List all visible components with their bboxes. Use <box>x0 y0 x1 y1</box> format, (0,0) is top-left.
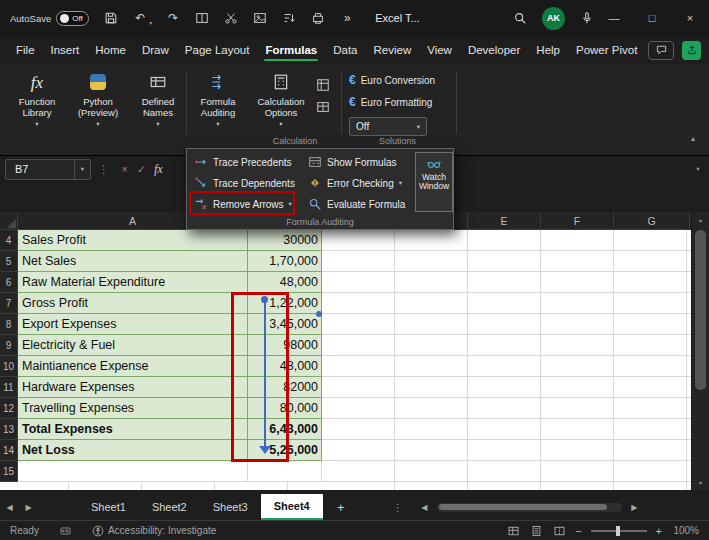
python-preview-button[interactable]: Python (Preview) ▾ <box>68 69 128 129</box>
column-header-g[interactable]: G <box>614 212 690 230</box>
horizontal-scrollbar[interactable]: ◀ ▶ <box>415 503 644 512</box>
row-header[interactable]: 10 <box>0 356 18 377</box>
macro-record-icon[interactable] <box>59 525 72 537</box>
sheet-nav-left-icon[interactable]: ◀ <box>0 503 19 512</box>
cell-label[interactable]: Net Loss <box>18 440 248 461</box>
row-header[interactable]: 6 <box>0 272 18 293</box>
tab-developer[interactable]: Developer <box>460 38 528 62</box>
avatar[interactable]: AK <box>542 7 565 30</box>
drag-handle-icon[interactable]: ⋮ <box>98 163 109 176</box>
tab-formulas[interactable]: Formulas <box>257 38 325 62</box>
cell-value[interactable]: 30000 <box>248 230 322 251</box>
cell-label[interactable]: Total Expenses <box>18 419 248 440</box>
row-header[interactable]: 15 <box>0 461 18 482</box>
menu-item-trace-dependents[interactable]: Trace Dependents <box>191 173 298 193</box>
cell-label[interactable]: Maintianence Expense <box>18 356 248 377</box>
tab-draw[interactable]: Draw <box>134 38 177 62</box>
row-header[interactable]: 11 <box>0 377 18 398</box>
undo-button[interactable]: ↶ ▾ <box>132 10 152 26</box>
more-commands-icon[interactable]: » <box>339 10 355 26</box>
menu-item-evaluate-formula[interactable]: Evaluate Formula <box>305 194 408 214</box>
hscroll-track[interactable] <box>437 503 622 512</box>
zoom-level[interactable]: 100% <box>671 525 699 536</box>
defined-names-button[interactable]: Defined Names ▾ <box>130 69 186 129</box>
cell-label[interactable]: Raw Material Expenditure <box>18 272 248 293</box>
tab-help[interactable]: Help <box>528 38 568 62</box>
row-header[interactable]: 8 <box>0 314 18 335</box>
insert-function-icon[interactable]: fx <box>150 163 167 175</box>
tab-review[interactable]: Review <box>365 38 419 62</box>
vertical-scrollbar[interactable]: ▴ ▾ <box>692 212 709 490</box>
accessibility-status[interactable]: Accessibility: Investigate <box>92 525 216 537</box>
sheet-tab-sheet3[interactable]: Sheet3 <box>200 494 261 520</box>
close-button[interactable]: × <box>671 0 709 36</box>
tab-power-pivot[interactable]: Power Pivot <box>568 38 645 62</box>
cell-label[interactable]: Sales Profit <box>18 230 248 251</box>
scrollbar-thumb[interactable] <box>695 230 706 390</box>
row-header[interactable]: 12 <box>0 398 18 419</box>
maximize-button[interactable]: □ <box>633 0 671 36</box>
expand-formula-bar-icon[interactable]: ▾ <box>687 165 709 173</box>
microphone-icon[interactable] <box>579 10 595 26</box>
cell-value[interactable] <box>248 461 322 482</box>
picture-icon[interactable] <box>252 10 268 26</box>
sheet-tab-sheet4[interactable]: Sheet4 <box>261 494 323 520</box>
cell-value[interactable]: 48,000 <box>248 272 322 293</box>
tab-data[interactable]: Data <box>325 38 365 62</box>
minimize-button[interactable]: — <box>595 0 633 36</box>
cell-label[interactable] <box>18 461 248 482</box>
cell-label[interactable]: Gross Profit <box>18 293 248 314</box>
cell-value[interactable]: 1,70,000 <box>248 251 322 272</box>
sort-icon[interactable] <box>281 10 297 26</box>
tab-insert[interactable]: Insert <box>43 38 88 62</box>
scrollbar-track[interactable] <box>692 227 709 475</box>
hscroll-left-icon[interactable]: ◀ <box>415 503 434 512</box>
menu-item-error-checking[interactable]: Error Checking ▾ <box>305 173 405 193</box>
search-icon[interactable] <box>512 10 528 26</box>
calculate-sheet-icon[interactable] <box>314 98 332 116</box>
autosave-control[interactable]: AutoSave Off <box>10 11 89 26</box>
menu-item-show-formulas[interactable]: Show Formulas <box>305 152 399 172</box>
collapse-ribbon-icon[interactable]: ▴ <box>691 134 695 143</box>
page-layout-view-icon[interactable] <box>529 524 543 537</box>
chevron-down-icon[interactable]: ▾ <box>74 160 90 179</box>
euro-conversion-button[interactable]: € Euro Conversion <box>349 73 435 87</box>
menu-item-trace-precedents[interactable]: Trace Precedents <box>191 152 295 172</box>
euro-formatting-button[interactable]: € Euro Formatting <box>349 95 432 109</box>
row-header[interactable]: 9 <box>0 335 18 356</box>
scroll-up-icon[interactable]: ▴ <box>692 212 709 227</box>
tab-home[interactable]: Home <box>87 38 134 62</box>
zoom-out-button[interactable]: − <box>575 525 581 537</box>
share-button[interactable] <box>682 41 701 60</box>
tab-view[interactable]: View <box>419 38 460 62</box>
cell-label[interactable]: Travelling Expenses <box>18 398 248 419</box>
row-header[interactable]: 5 <box>0 251 18 272</box>
calculate-now-icon[interactable] <box>314 76 332 94</box>
solver-mode-select[interactable]: Off ▾ <box>349 117 427 136</box>
name-box[interactable]: B7 ▾ <box>5 159 91 180</box>
cell-label[interactable]: Net Sales <box>18 251 248 272</box>
watch-window-button[interactable]: Watch Window <box>415 152 453 212</box>
column-header-f[interactable]: F <box>541 212 614 230</box>
zoom-slider[interactable] <box>591 530 647 532</box>
row-header[interactable]: 13 <box>0 419 18 440</box>
sheet-menu-icon[interactable]: ⋮ <box>393 502 403 513</box>
tab-file[interactable]: File <box>8 38 43 62</box>
select-all-corner[interactable] <box>0 212 18 230</box>
normal-view-icon[interactable] <box>506 524 520 537</box>
sheet-tab-sheet1[interactable]: Sheet1 <box>78 494 139 520</box>
autosave-switch[interactable]: Off <box>56 11 89 26</box>
cell-label[interactable]: Export Expenses <box>18 314 248 335</box>
tab-page-layout[interactable]: Page Layout <box>177 38 258 62</box>
zoom-slider-thumb[interactable] <box>616 526 620 536</box>
enter-icon[interactable]: ✓ <box>133 163 150 175</box>
zoom-in-button[interactable]: + <box>656 525 662 537</box>
comments-button[interactable] <box>648 41 674 60</box>
cancel-icon[interactable]: × <box>116 163 133 175</box>
add-sheet-button[interactable]: + <box>329 500 353 515</box>
page-break-view-icon[interactable] <box>552 524 566 537</box>
redo-icon[interactable]: ↷ <box>165 10 181 26</box>
row-header[interactable]: 14 <box>0 440 18 461</box>
function-library-button[interactable]: fx Function Library ▾ <box>8 69 66 129</box>
save-icon[interactable] <box>103 10 119 26</box>
